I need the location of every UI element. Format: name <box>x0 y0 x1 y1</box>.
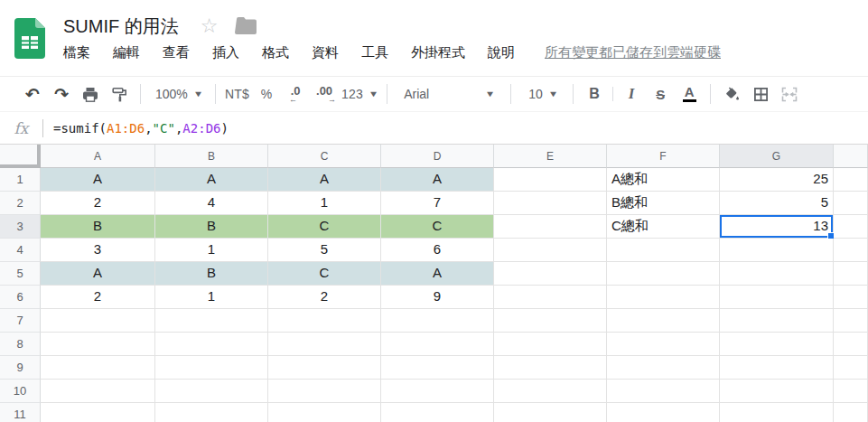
paint-format-button[interactable] <box>107 81 131 107</box>
menu-item-3[interactable]: 插入 <box>212 44 239 61</box>
row-header-1[interactable]: 1 <box>0 168 41 192</box>
cell-E8[interactable] <box>494 333 607 356</box>
merge-cells-button[interactable] <box>778 81 801 107</box>
cell-C4[interactable]: 5 <box>268 239 381 262</box>
cell-D2[interactable]: 7 <box>381 192 494 215</box>
cell-F2[interactable]: B總和 <box>607 192 720 215</box>
cell-G6[interactable] <box>720 286 834 309</box>
cell-B3[interactable]: B <box>155 215 268 239</box>
cell-A6[interactable]: 2 <box>41 286 155 309</box>
print-button[interactable] <box>79 81 102 107</box>
increase-decimal-button[interactable]: .00→ <box>313 81 336 107</box>
cell-E5[interactable] <box>494 262 607 286</box>
cell-F8[interactable] <box>607 333 720 356</box>
menu-item-8[interactable]: 說明 <box>488 44 515 61</box>
cell-B6[interactable]: 1 <box>155 286 268 309</box>
cell-C7[interactable] <box>268 309 381 333</box>
fill-color-button[interactable] <box>720 81 743 107</box>
more-formats-button[interactable]: 123▼ <box>341 81 378 107</box>
cell-D8[interactable] <box>381 333 494 356</box>
font-size-select[interactable]: 10▼ <box>520 81 564 107</box>
cell-x7[interactable] <box>834 309 868 333</box>
cell-D7[interactable] <box>381 309 494 333</box>
bold-button[interactable]: B <box>583 81 606 107</box>
cell-G11[interactable] <box>720 403 834 422</box>
cell-G3[interactable]: 13 <box>720 215 834 239</box>
cell-x3[interactable] <box>834 215 868 239</box>
cell-B5[interactable]: B <box>155 262 268 286</box>
cell-G9[interactable] <box>720 356 834 380</box>
cell-E11[interactable] <box>494 403 607 422</box>
cell-C6[interactable]: 2 <box>268 286 381 309</box>
cell-F3[interactable]: C總和 <box>607 215 720 239</box>
undo-button[interactable]: ↶ <box>21 81 44 107</box>
cell-C9[interactable] <box>268 356 381 380</box>
row-header-5[interactable]: 5 <box>0 262 41 286</box>
cell-D9[interactable] <box>381 356 494 380</box>
cell-F4[interactable] <box>607 239 720 262</box>
row-header-6[interactable]: 6 <box>0 286 41 309</box>
cell-A8[interactable] <box>41 333 155 356</box>
cell-F6[interactable] <box>607 286 720 309</box>
cell-B8[interactable] <box>155 333 268 356</box>
cell-E7[interactable] <box>494 309 607 333</box>
fill-handle[interactable] <box>827 232 834 239</box>
cell-G8[interactable] <box>720 333 834 356</box>
cell-G2[interactable]: 5 <box>720 192 834 215</box>
cell-D11[interactable] <box>381 403 494 422</box>
cell-B11[interactable] <box>155 403 268 422</box>
cell-G4[interactable] <box>720 239 834 262</box>
row-header-8[interactable]: 8 <box>0 333 41 356</box>
format-percent-button[interactable]: % <box>255 81 278 107</box>
menu-item-1[interactable]: 編輯 <box>113 44 140 61</box>
row-header-10[interactable]: 10 <box>0 380 41 403</box>
cell-G10[interactable] <box>720 380 834 403</box>
menu-item-7[interactable]: 外掛程式 <box>411 44 465 61</box>
text-color-button[interactable]: A <box>677 81 701 107</box>
cell-B4[interactable]: 1 <box>155 239 268 262</box>
cell-D1[interactable]: A <box>381 168 494 192</box>
sheets-logo-icon[interactable] <box>14 18 45 59</box>
row-header-3[interactable]: 3 <box>0 215 41 239</box>
cell-D6[interactable]: 9 <box>381 286 494 309</box>
formula-input[interactable]: =sumif(A1:D6,"C",A2:D6) <box>43 121 229 136</box>
cell-E10[interactable] <box>494 380 607 403</box>
menu-item-4[interactable]: 格式 <box>262 44 289 61</box>
cell-B9[interactable] <box>155 356 268 380</box>
cell-x9[interactable] <box>834 356 868 380</box>
document-title[interactable]: SUMIF 的用法 <box>63 14 179 38</box>
cell-G1[interactable]: 25 <box>720 168 834 192</box>
decrease-decimal-button[interactable]: .0← <box>284 81 307 107</box>
cell-D10[interactable] <box>381 380 494 403</box>
cell-C8[interactable] <box>268 333 381 356</box>
cell-D4[interactable]: 6 <box>381 239 494 262</box>
star-icon[interactable]: ☆ <box>201 16 219 36</box>
cell-C1[interactable]: A <box>268 168 381 192</box>
cell-F11[interactable] <box>607 403 720 422</box>
cell-x1[interactable] <box>834 168 868 192</box>
row-header-9[interactable]: 9 <box>0 356 41 380</box>
cell-G7[interactable] <box>720 309 834 333</box>
cell-A10[interactable] <box>41 380 155 403</box>
menu-item-5[interactable]: 資料 <box>312 44 339 61</box>
cell-E6[interactable] <box>494 286 607 309</box>
cell-E1[interactable] <box>494 168 607 192</box>
cell-A4[interactable]: 3 <box>41 239 155 262</box>
column-header-f[interactable]: F <box>607 145 720 168</box>
cell-B2[interactable]: 4 <box>155 192 268 215</box>
cell-F5[interactable] <box>607 262 720 286</box>
cell-A2[interactable]: 2 <box>41 192 155 215</box>
cell-C2[interactable]: 1 <box>268 192 381 215</box>
cell-F9[interactable] <box>607 356 720 380</box>
menu-item-0[interactable]: 檔案 <box>63 44 90 61</box>
column-header-e[interactable]: E <box>494 145 607 168</box>
cell-G5[interactable] <box>720 262 834 286</box>
cell-x8[interactable] <box>834 333 868 356</box>
format-currency-button[interactable]: NT$ <box>225 81 249 107</box>
cell-C3[interactable]: C <box>268 215 381 239</box>
select-all-corner[interactable] <box>0 145 41 168</box>
italic-button[interactable]: I <box>620 81 643 107</box>
cell-F10[interactable] <box>607 380 720 403</box>
row-header-4[interactable]: 4 <box>0 239 41 262</box>
column-header-b[interactable]: B <box>155 145 268 168</box>
